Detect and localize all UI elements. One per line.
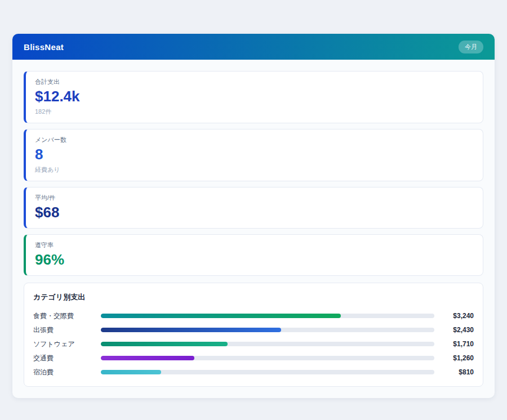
category-breakdown-card: カテゴリ別支出 食費・交際費 $3,240 出張費 $2,430 ソフトウェア … [24, 283, 483, 387]
category-section-title: カテゴリ別支出 [33, 292, 474, 302]
category-amount: $1,710 [439, 340, 474, 348]
category-label: ソフトウェア [33, 339, 101, 349]
bar-track [101, 356, 434, 360]
bar-track [101, 342, 434, 346]
stat-card-compliance: 遵守率 96% [24, 234, 483, 276]
category-label: 交通費 [33, 354, 101, 363]
app-header: BlissNeat 今月 [12, 34, 495, 60]
bar-fill [101, 356, 194, 360]
stat-subtext: 経費あり [35, 166, 474, 174]
category-row: 出張費 $2,430 [33, 325, 474, 335]
stat-card-total-spend: 合計支出 $12.4k 182件 [24, 71, 483, 123]
bar-fill [101, 342, 228, 346]
dashboard-card: BlissNeat 今月 合計支出 $12.4k 182件 メンバー数 8 経費… [12, 34, 495, 398]
category-row: 宿泊費 $810 [33, 368, 474, 377]
stat-value: $12.4k [35, 88, 474, 105]
bar-track [101, 314, 434, 318]
dashboard-body: 合計支出 $12.4k 182件 メンバー数 8 経費あり 平均/件 $68 遵… [12, 60, 495, 398]
app-title: BlissNeat [24, 42, 64, 52]
bar-fill [101, 328, 281, 332]
stat-label: 遵守率 [35, 241, 474, 249]
bar-track [101, 328, 434, 332]
stat-label: メンバー数 [35, 136, 474, 144]
stat-subtext: 182件 [35, 108, 474, 116]
category-label: 宿泊費 [33, 368, 101, 377]
category-amount: $1,260 [439, 354, 474, 362]
stat-value: 8 [35, 146, 474, 163]
bar-fill [101, 370, 161, 374]
bar-track [101, 370, 434, 374]
category-amount: $810 [439, 368, 474, 376]
period-badge[interactable]: 今月 [459, 41, 483, 53]
category-row: ソフトウェア $1,710 [33, 339, 474, 349]
stat-label: 合計支出 [35, 78, 474, 86]
stat-card-average: 平均/件 $68 [24, 187, 483, 229]
category-amount: $2,430 [439, 326, 474, 334]
stat-label: 平均/件 [35, 194, 474, 202]
stat-value: $68 [35, 204, 474, 221]
category-row: 交通費 $1,260 [33, 354, 474, 363]
stat-value: 96% [35, 252, 474, 269]
category-amount: $3,240 [439, 312, 474, 320]
stat-card-members: メンバー数 8 経費あり [24, 129, 483, 181]
category-label: 食費・交際費 [33, 311, 101, 321]
category-label: 出張費 [33, 325, 101, 335]
category-row: 食費・交際費 $3,240 [33, 311, 474, 321]
bar-fill [101, 314, 341, 318]
